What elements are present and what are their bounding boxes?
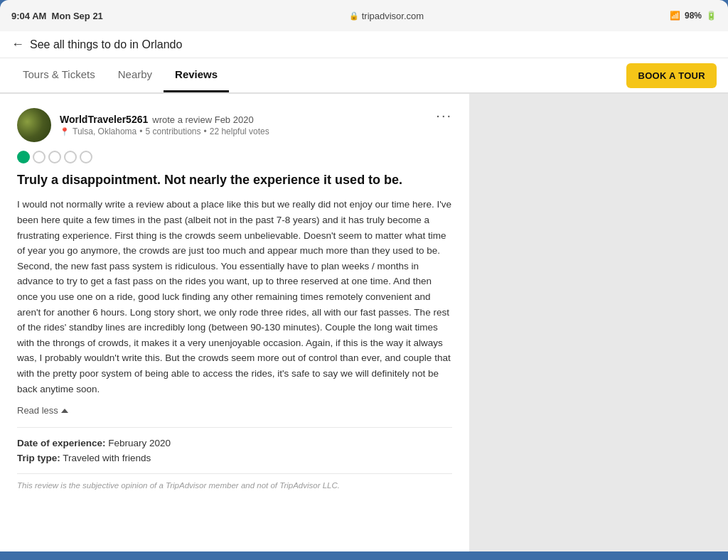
tabs-list: Tours & Tickets Nearby Reviews: [11, 58, 229, 92]
tabs-bar: Tours & Tickets Nearby Reviews BOOK A TO…: [0, 58, 728, 93]
read-less-button[interactable]: Read less: [17, 405, 452, 416]
status-right: 📶 98% 🔋: [670, 11, 717, 21]
review-header: WorldTraveler5261 wrote a review Feb 202…: [17, 108, 452, 142]
trip-type: Trip type: Traveled with friends: [17, 453, 452, 463]
tab-nearby[interactable]: Nearby: [107, 58, 164, 92]
reviewer-meta: 📍 Tulsa, Oklahoma • 5 contributions • 22…: [60, 126, 269, 136]
right-panel: [469, 94, 728, 551]
tab-tours-tickets[interactable]: Tours & Tickets: [11, 58, 107, 92]
review-body: I would not normally write a review abou…: [17, 197, 452, 397]
star-2: [33, 151, 46, 163]
date-of-experience: Date of experience: February 2020: [17, 438, 452, 448]
back-button[interactable]: ←: [11, 37, 24, 52]
review-panel: WorldTraveler5261 wrote a review Feb 202…: [0, 94, 469, 551]
disclaimer-text: This review is the subjective opinion of…: [17, 473, 452, 490]
reviewer-location: Tulsa, Oklahoma: [73, 126, 136, 136]
star-3: [48, 151, 61, 163]
status-time: 9:04 AM Mon Sep 21: [11, 11, 103, 21]
book-tour-button[interactable]: BOOK A TOUR: [626, 63, 717, 88]
avatar-image: [17, 108, 51, 142]
reviewer-votes: 22 helpful votes: [210, 126, 269, 136]
avatar: [17, 108, 51, 142]
reviewer-username[interactable]: WorldTraveler5261: [60, 114, 148, 125]
reviewer-info: WorldTraveler5261 wrote a review Feb 202…: [17, 108, 269, 142]
page-title: See all things to do in Orlando: [30, 38, 182, 51]
star-1: [17, 151, 30, 163]
status-bar: 9:04 AM Mon Sep 21 🔒 tripadvisor.com 📶 9…: [0, 0, 728, 31]
tab-reviews[interactable]: Reviews: [164, 58, 229, 92]
lock-icon: 🔒: [349, 11, 359, 21]
nav-bar: ← See all things to do in Orlando: [0, 31, 728, 58]
main-content: WorldTraveler5261 wrote a review Feb 202…: [0, 94, 728, 551]
reviewer-details: WorldTraveler5261 wrote a review Feb 202…: [60, 114, 269, 136]
browser-chrome: ← See all things to do in Orlando Tours …: [0, 31, 728, 94]
star-rating: [17, 151, 452, 163]
reviewer-action: wrote a review Feb 2020: [152, 114, 253, 125]
battery-level: 98%: [685, 11, 702, 21]
star-5: [80, 151, 92, 163]
reviewer-name-line: WorldTraveler5261 wrote a review Feb 202…: [60, 114, 269, 125]
more-options-button[interactable]: ···: [436, 108, 452, 122]
review-title: Truly a disappointment. Not nearly the e…: [17, 172, 452, 188]
read-less-label: Read less: [17, 405, 58, 416]
wifi-icon: 📶: [670, 11, 680, 21]
chevron-up-icon: [61, 409, 68, 413]
battery-icon: 🔋: [706, 11, 717, 21]
url-bar[interactable]: 🔒 tripadvisor.com: [349, 11, 424, 21]
reviewer-contributions: 5 contributions: [145, 126, 200, 136]
star-4: [64, 151, 77, 163]
review-footer: Date of experience: February 2020 Trip t…: [17, 427, 452, 490]
location-pin-icon: 📍: [60, 127, 70, 136]
